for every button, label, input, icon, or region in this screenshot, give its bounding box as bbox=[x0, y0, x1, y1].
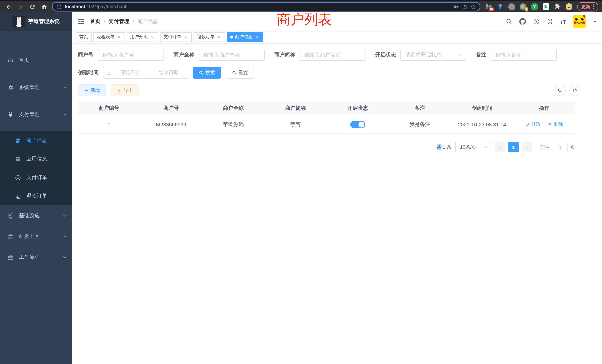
edit-link[interactable]: 修改 bbox=[525, 121, 541, 128]
delete-link[interactable]: 删除 bbox=[548, 121, 563, 128]
share-icon[interactable] bbox=[462, 4, 467, 10]
remark-input[interactable] bbox=[491, 49, 557, 61]
sidebar-item-label: 支付订单 bbox=[26, 174, 47, 181]
close-icon[interactable]: × bbox=[116, 34, 122, 40]
avatar-caret-icon[interactable]: ▼ bbox=[593, 20, 597, 23]
payment-submenu: 商户信息 应用信息 支付订单 退款订单 bbox=[0, 131, 72, 205]
site-info-icon[interactable] bbox=[56, 4, 62, 10]
font-size-icon[interactable]: тT bbox=[560, 18, 566, 25]
close-icon[interactable]: × bbox=[183, 34, 188, 40]
merchant-short-name-input[interactable] bbox=[300, 49, 366, 61]
col-status: 开启状态 bbox=[327, 101, 389, 115]
col-create-time: 创建时间 bbox=[451, 101, 513, 115]
browser-menu-icon[interactable] bbox=[593, 4, 594, 9]
sidebar-item-label: 工作流程 bbox=[19, 254, 40, 261]
sidebar-item-payment[interactable]: 支付管理 bbox=[0, 104, 72, 125]
reload-icon[interactable] bbox=[29, 3, 36, 10]
cell-actions: 修改 删除 bbox=[513, 115, 576, 134]
tab-process-form[interactable]: 流程表单 × bbox=[93, 32, 125, 42]
navbar-actions: тT ▼ bbox=[505, 15, 602, 28]
sidebar-item-merchant-info[interactable]: 商户信息 bbox=[0, 131, 72, 150]
close-icon[interactable]: × bbox=[216, 34, 222, 40]
app-title: 芋道管理系统 bbox=[28, 18, 60, 25]
filter-row-1: 商户号 商户全称 商户简称 开启状态 请选择开启状态 bbox=[78, 49, 595, 61]
page-size-select[interactable]: 10条/页 bbox=[455, 142, 491, 152]
documents-icon bbox=[15, 193, 21, 199]
filter-label: 开启状态 bbox=[375, 52, 400, 58]
sidebar-item-label: 支付管理 bbox=[19, 111, 40, 118]
search-button[interactable]: 搜索 bbox=[193, 67, 221, 79]
filter-label: 商户全称 bbox=[173, 52, 199, 58]
back-icon[interactable] bbox=[5, 3, 12, 10]
extension-icon-command[interactable]: ⌘ bbox=[508, 3, 515, 10]
sidebar-item-infrastructure[interactable]: 基础设施 bbox=[0, 205, 72, 226]
dashboard-icon bbox=[7, 57, 14, 64]
refresh-table-icon[interactable] bbox=[569, 85, 580, 96]
reset-button[interactable]: 重置 bbox=[226, 67, 254, 79]
show-search-toggle-icon[interactable] bbox=[555, 85, 566, 96]
profile-avatar-icon[interactable] bbox=[565, 3, 573, 10]
close-icon[interactable]: × bbox=[150, 34, 155, 40]
filter-label: 商户简称 bbox=[274, 52, 300, 58]
export-button[interactable]: 导出 bbox=[111, 85, 139, 96]
breadcrumb-section[interactable]: 支付管理 bbox=[109, 18, 129, 25]
sidebar-item-home[interactable]: 首页 bbox=[0, 50, 72, 71]
chevron-down-icon bbox=[63, 255, 67, 259]
next-page-icon[interactable]: › bbox=[522, 142, 532, 152]
app-logo[interactable]: 芋道管理系统 bbox=[0, 12, 72, 31]
merchant-no-input[interactable] bbox=[98, 49, 164, 61]
sidebar-item-dev-tools[interactable]: 研发工具 bbox=[0, 226, 72, 247]
create-time-range-picker[interactable]: 开始日期 - 结束日期 bbox=[103, 67, 189, 79]
bookmark-star-icon[interactable] bbox=[470, 4, 476, 10]
extension-icon-1[interactable]: 10 bbox=[485, 3, 492, 10]
breadcrumb-home[interactable]: 首页 bbox=[90, 18, 100, 25]
sidebar-toggle-icon[interactable] bbox=[72, 18, 90, 25]
calendar-icon bbox=[106, 70, 112, 75]
tags-view: 首页 流程表单 × 用户分组 × 支付订单 × 退款订单 × 商户信息 × bbox=[72, 31, 602, 43]
password-key-icon[interactable] bbox=[453, 4, 459, 10]
fullscreen-icon[interactable] bbox=[547, 18, 553, 25]
tab-merchant-info[interactable]: 商户信息 × bbox=[227, 32, 263, 42]
sidebar-item-system[interactable]: 系统管理 bbox=[0, 77, 72, 98]
sidebar-item-label: 商户信息 bbox=[26, 137, 47, 144]
chrome-update-button[interactable]: 更新 bbox=[577, 2, 598, 11]
total-count: 共 1 条 bbox=[437, 144, 452, 150]
forward-icon[interactable] bbox=[17, 3, 24, 10]
status-toggle[interactable] bbox=[350, 121, 365, 128]
extension-icon-y[interactable]: Y bbox=[531, 3, 538, 10]
help-icon[interactable] bbox=[533, 18, 539, 25]
extension-icon-2[interactable]: 1 bbox=[519, 3, 527, 10]
add-button[interactable]: 新增 bbox=[78, 85, 106, 96]
header-search-icon[interactable] bbox=[505, 18, 512, 25]
col-remark: 备注 bbox=[389, 101, 451, 115]
page-1-button[interactable]: 1 bbox=[508, 142, 519, 152]
page-content: 商户号 商户全称 商户简称 开启状态 请选择开启状态 bbox=[72, 43, 602, 364]
merchant-full-name-input[interactable] bbox=[199, 49, 265, 61]
tab-home[interactable]: 首页 bbox=[76, 32, 92, 42]
filter-label: 创建时间 bbox=[78, 69, 103, 76]
tab-user-group[interactable]: 用户分组 × bbox=[127, 32, 158, 42]
prev-page-icon[interactable]: ‹ bbox=[495, 142, 505, 152]
home-icon[interactable] bbox=[41, 3, 47, 10]
table-grid-icon bbox=[15, 156, 21, 162]
update-label: 更新 bbox=[581, 3, 590, 10]
github-icon[interactable] bbox=[519, 18, 526, 25]
sidebar-item-label: 研发工具 bbox=[19, 233, 40, 240]
tab-pay-order[interactable]: 支付订单 × bbox=[160, 32, 192, 42]
extension-icon-pin[interactable] bbox=[496, 3, 504, 10]
col-merchant-no: 商户号 bbox=[140, 101, 202, 115]
tab-refund-order[interactable]: 退款订单 × bbox=[194, 32, 225, 42]
browser-nav-buttons bbox=[4, 3, 49, 10]
sidebar-item-app-info[interactable]: 应用信息 bbox=[0, 150, 72, 168]
sidebar-item-pay-order[interactable]: 支付订单 bbox=[0, 168, 72, 187]
close-icon[interactable]: × bbox=[255, 34, 260, 40]
extensions-puzzle-icon[interactable] bbox=[554, 3, 561, 10]
sidebar-item-workflow[interactable]: 工作流程 bbox=[0, 247, 72, 268]
sidebar-item-refund-order[interactable]: 退款订单 bbox=[0, 187, 72, 205]
sidebar-item-label: 首页 bbox=[19, 57, 29, 64]
goto-page-input[interactable] bbox=[553, 142, 568, 152]
address-bar[interactable]: localhost:1024/pay/merchant bbox=[52, 2, 480, 11]
user-avatar[interactable] bbox=[573, 15, 586, 28]
status-select[interactable]: 请选择开启状态 bbox=[400, 49, 466, 61]
extension-icon-flag[interactable] bbox=[542, 3, 550, 10]
